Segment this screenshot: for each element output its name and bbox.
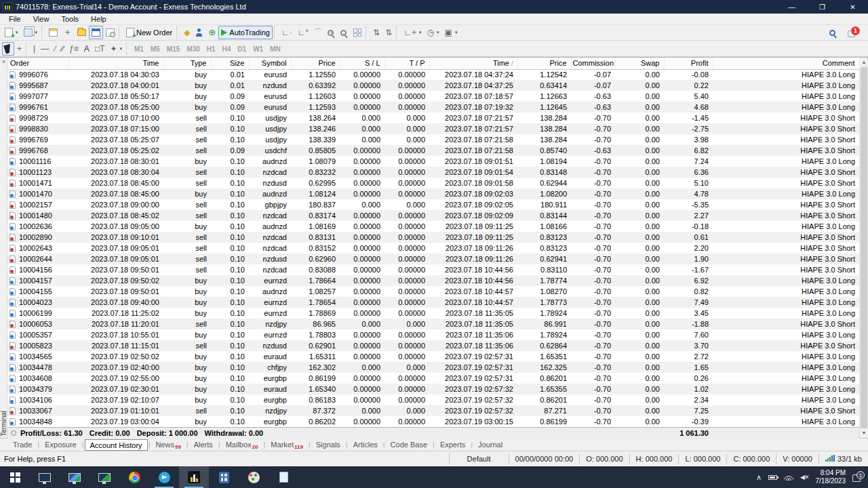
tile-windows-button[interactable]: [351, 26, 364, 39]
zoom-in-button[interactable]: +: [325, 26, 338, 39]
timeframe-d1[interactable]: D1: [234, 44, 250, 54]
table-row[interactable]: 99970772023.07.18 05:50:17buy0.09eurusd1…: [7, 91, 859, 102]
taskbar-clock[interactable]: 8:04 PM 7/18/2023: [816, 469, 846, 486]
table-row[interactable]: 100040232023.07.18 09:40:00buy0.10eurnzd…: [7, 297, 859, 308]
taskbar-app-paint[interactable]: [239, 466, 269, 488]
timeframe-w1[interactable]: W1: [250, 44, 267, 54]
new-order-button[interactable]: +New Order: [123, 26, 175, 39]
action-center-icon[interactable]: 1: [852, 473, 863, 482]
table-row[interactable]: 100348482023.07.19 03:00:04buy0.10eurgbp…: [7, 416, 859, 427]
table-row[interactable]: 99987292023.07.18 07:10:00sell0.10usdjpy…: [7, 113, 859, 123]
tab-articles[interactable]: Articles: [349, 439, 382, 451]
battery-icon[interactable]: [768, 475, 777, 480]
indicators-button[interactable]: ∟·: [279, 26, 295, 39]
table-row[interactable]: 100344782023.07.19 02:40:00buy0.10chfjpy…: [7, 362, 859, 373]
column-header-symbol-4[interactable]: Symbol: [249, 58, 291, 69]
horizontal-line-button[interactable]: —: [38, 42, 52, 56]
statusbar-profile[interactable]: Default: [449, 453, 509, 464]
periods-button[interactable]: ◷▾: [425, 26, 442, 39]
table-row[interactable]: 100053572023.07.18 10:55:01buy0.10eurnzd…: [7, 329, 859, 340]
column-header-tp-7[interactable]: T / P: [384, 58, 429, 69]
timeframe-mn[interactable]: MN: [267, 44, 284, 54]
table-row[interactable]: 100026362023.07.18 09:05:00buy0.10audnzd…: [7, 221, 859, 232]
maximize-button[interactable]: ❐: [807, 0, 837, 14]
tab-experts[interactable]: Experts: [435, 439, 470, 451]
table-row[interactable]: 100343792023.07.19 02:30:01buy0.10euraud…: [7, 384, 859, 394]
taskbar-app-pc-app[interactable]: [30, 466, 60, 488]
taskbar-app-notepad[interactable]: [269, 466, 298, 488]
zoom-out-button[interactable]: -: [338, 26, 351, 39]
column-header-size-3[interactable]: Size: [211, 58, 249, 69]
table-row[interactable]: 100330672023.07.19 01:10:01sell0.10nzdjp…: [7, 405, 859, 416]
menu-file[interactable]: File: [3, 14, 27, 24]
column-header-swap-11[interactable]: Swap: [615, 58, 664, 69]
tab-market[interactable]: Market119: [266, 439, 308, 451]
timeframe-h1[interactable]: H1: [203, 44, 219, 54]
taskbar-app-remote-app[interactable]: [90, 466, 119, 488]
notifications-button[interactable]: 1: [845, 26, 861, 39]
templates-button[interactable]: ▣▾: [442, 26, 460, 39]
mql5-button[interactable]: ⊕: [205, 26, 218, 39]
volume-muted-icon[interactable]: ◀✕: [800, 474, 808, 481]
tray-chevron-up-icon[interactable]: ∧: [756, 473, 762, 482]
autotrading-button[interactable]: AutoTrading: [218, 26, 273, 39]
timeframe-m15[interactable]: M15: [163, 44, 183, 54]
profiles-button[interactable]: ▾: [21, 26, 41, 39]
column-header-sl-6[interactable]: S / L: [340, 58, 384, 69]
table-row[interactable]: 99967612023.07.18 05:25:00buy0.09eurusd1…: [7, 102, 859, 113]
channel-button[interactable]: ∕∕: [58, 42, 66, 56]
table-row[interactable]: 100041562023.07.18 09:50:01sell0.10nzdca…: [7, 264, 859, 275]
taskbar-app-chrome[interactable]: [119, 466, 149, 488]
menu-view[interactable]: View: [27, 14, 56, 24]
objects-button[interactable]: ∟°: [295, 26, 312, 39]
fibonacci-button[interactable]: ƒ≡: [66, 42, 81, 56]
table-row[interactable]: 100014702023.07.18 08:45:00buy0.10audnzd…: [7, 188, 859, 199]
market-watch-button[interactable]: [46, 26, 60, 39]
column-header-order-0[interactable]: Order: [7, 58, 68, 69]
tab-account-history[interactable]: Account History: [85, 439, 148, 451]
sort-descending-button[interactable]: ⇅: [382, 26, 395, 39]
table-row[interactable]: 99960762023.07.18 04:30:03buy0.01eurusd1…: [7, 69, 859, 80]
table-row[interactable]: 100028902023.07.18 09:10:01sell0.10nzdca…: [7, 232, 859, 243]
table-row[interactable]: 99967692023.07.18 05:25:07sell0.10usdjpy…: [7, 134, 859, 145]
table-row[interactable]: 99967682023.07.18 05:25:02sell0.09usdchf…: [7, 145, 859, 156]
curve-button[interactable]: ⌒: [311, 26, 325, 39]
menu-help[interactable]: Help: [85, 14, 113, 24]
tab-news[interactable]: News99: [151, 439, 185, 451]
label-button[interactable]: □T: [92, 42, 108, 56]
arrows-button[interactable]: ✦▾: [107, 42, 125, 56]
tab-mailbox[interactable]: Mailbox20: [221, 439, 263, 451]
terminal-button[interactable]: [89, 26, 103, 39]
timeframe-m30[interactable]: M30: [183, 44, 203, 54]
taskbar-app-telegram[interactable]: [149, 466, 179, 488]
tab-code-base[interactable]: Code Base: [386, 439, 432, 451]
column-header-price-9[interactable]: Price: [517, 58, 571, 69]
table-row[interactable]: 100011232023.07.18 08:30:04sell0.10nzdca…: [7, 167, 859, 178]
crosshair-button[interactable]: +: [14, 42, 24, 56]
table-row[interactable]: 100026442023.07.18 09:05:01sell0.10nzdus…: [7, 253, 859, 264]
data-window-button[interactable]: +: [60, 26, 75, 39]
terminal-close-icon[interactable]: x: [1, 58, 7, 64]
tab-alerts[interactable]: Alerts: [189, 439, 218, 451]
taskbar-app-metatrader4[interactable]: [179, 466, 209, 488]
trendline-button[interactable]: ∕: [52, 42, 58, 56]
navigator-button[interactable]: [75, 26, 89, 39]
timeframe-h4[interactable]: H4: [219, 44, 235, 54]
column-header-profit-12[interactable]: Profit: [664, 58, 713, 69]
cursor-button[interactable]: [2, 42, 14, 56]
tab-signals[interactable]: Signals: [311, 439, 345, 451]
table-row[interactable]: 100021572023.07.18 09:00:00sell0.10gbpjp…: [7, 199, 859, 210]
table-row[interactable]: 100041572023.07.18 09:50:02buy0.10eurnzd…: [7, 275, 859, 286]
close-button[interactable]: ✕: [837, 0, 868, 14]
scrollbar-thumb[interactable]: [861, 67, 867, 428]
community-button[interactable]: [193, 26, 205, 39]
tab-exposure[interactable]: Exposure: [40, 439, 81, 451]
new-chart-button[interactable]: +▾: [2, 26, 21, 39]
table-row[interactable]: 100346082023.07.19 02:55:00buy0.10eurgbp…: [7, 373, 859, 384]
column-header-time-8[interactable]: Time/: [429, 58, 517, 69]
table-row[interactable]: 100014802023.07.18 08:45:02sell0.10nzdca…: [7, 210, 859, 221]
scroll-down-icon[interactable]: ▼: [860, 428, 868, 438]
table-row[interactable]: 100341062023.07.19 02:10:07buy0.10eurgbp…: [7, 394, 859, 405]
table-row[interactable]: 100014712023.07.18 08:45:00sell0.10nzdus…: [7, 178, 859, 188]
table-row[interactable]: 100058232023.07.18 11:15:01sell0.10nzdus…: [7, 340, 859, 351]
